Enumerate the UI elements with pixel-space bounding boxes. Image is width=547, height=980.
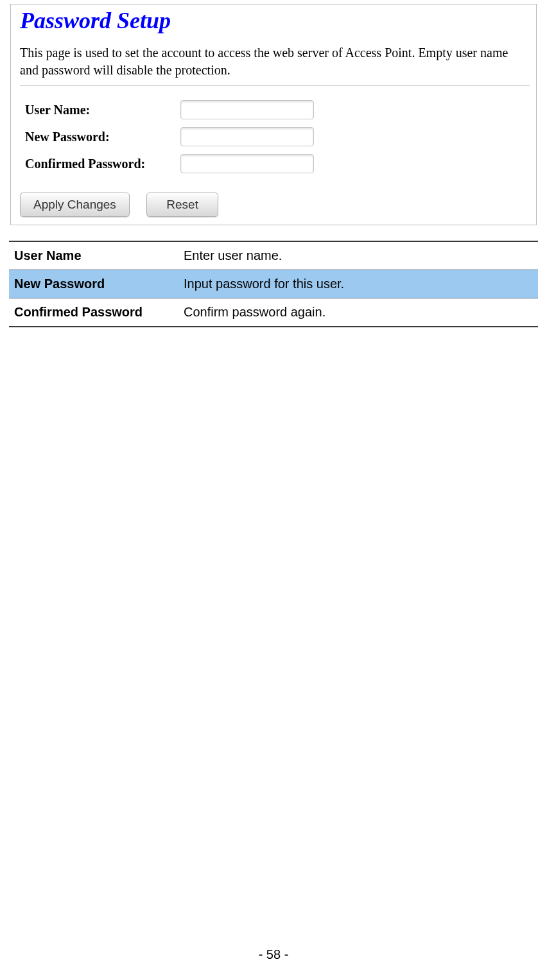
- user-name-label: User Name:: [20, 103, 180, 117]
- button-row: Apply Changes Reset: [20, 193, 530, 217]
- new-password-input[interactable]: [180, 127, 314, 146]
- form-row-confirmed-password: Confirmed Password:: [20, 154, 530, 173]
- description-table: User Name Enter user name. New Password …: [9, 241, 538, 327]
- form-row-username: User Name:: [20, 100, 530, 119]
- field-name: User Name: [12, 248, 184, 263]
- field-description: Confirm password again.: [184, 305, 533, 320]
- divider: [20, 85, 530, 86]
- password-setup-panel: Password Setup This page is used to set …: [10, 4, 537, 225]
- new-password-label: New Password:: [20, 130, 180, 144]
- table-row: New Password Input password for this use…: [9, 270, 538, 298]
- page-number: - 58 -: [0, 947, 547, 962]
- confirmed-password-input[interactable]: [180, 154, 314, 173]
- form-row-new-password: New Password:: [20, 127, 530, 146]
- confirmed-password-label: Confirmed Password:: [20, 157, 180, 171]
- table-row: Confirmed Password Confirm password agai…: [9, 298, 538, 326]
- field-name: Confirmed Password: [12, 305, 184, 320]
- field-description: Input password for this user.: [184, 277, 533, 291]
- table-row: User Name Enter user name.: [9, 242, 538, 270]
- reset-button[interactable]: Reset: [146, 193, 218, 217]
- field-name: New Password: [12, 277, 184, 291]
- panel-title: Password Setup: [20, 7, 530, 34]
- user-name-input[interactable]: [180, 100, 314, 119]
- field-description: Enter user name.: [184, 248, 533, 263]
- panel-description: This page is used to set the account to …: [20, 44, 530, 79]
- apply-changes-button[interactable]: Apply Changes: [20, 193, 130, 217]
